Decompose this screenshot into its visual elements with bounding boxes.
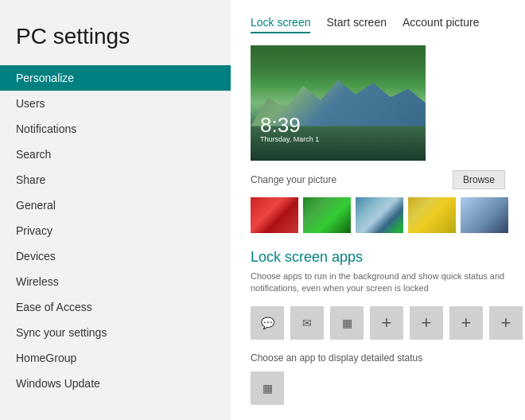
sidebar-item-general[interactable]: General [0,192,231,218]
thumbnail-3[interactable] [356,197,403,233]
thumbnail-4[interactable] [408,197,456,233]
sidebar-item-users[interactable]: Users [0,91,231,116]
add-icon-4: + [501,314,511,332]
sidebar-item-sync-settings[interactable]: Sync your settings [0,320,231,345]
mail-icon [302,316,312,330]
lock-preview-image [251,45,426,161]
sidebar-item-windows-update[interactable]: Windows Update [0,371,231,396]
sidebar-item-notifications[interactable]: Notifications [0,116,231,142]
lock-app-calendar[interactable] [330,306,364,340]
sidebar-item-privacy[interactable]: Privacy [0,218,231,243]
add-icon-3: + [461,314,472,332]
sidebar-item-homegroup[interactable]: HomeGroup [0,345,231,371]
lock-app-add-4[interactable]: + [489,306,523,340]
detailed-app-calendar-icon [262,381,273,395]
choose-app-label: Choose an app to display detailed status [251,352,505,364]
change-picture-label: Change your picture [251,174,336,185]
tab-lock-screen[interactable]: Lock screen [251,16,310,33]
sidebar-item-devices[interactable]: Devices [0,243,231,269]
sidebar-item-ease-of-access[interactable]: Ease of Access [0,294,231,320]
lock-app-add-3[interactable]: + [449,306,483,340]
lock-app-add-2[interactable]: + [410,306,443,340]
add-icon-2: + [422,314,432,332]
app-title: PC settings [0,16,231,65]
lock-screen-apps-desc: Choose apps to run in the background and… [251,270,505,295]
browse-button[interactable]: Browse [453,170,505,189]
lock-app-mail[interactable] [290,306,324,340]
add-icon-1: + [382,314,392,332]
lock-screen-apps-row: + + + + [251,306,505,340]
sidebar-item-personalize[interactable]: Personalize [0,65,231,91]
thumbnail-2[interactable] [303,197,351,233]
lock-time: 8:39 Thursday, March 1 [260,115,319,143]
calendar-icon [342,316,352,330]
tab-start-screen[interactable]: Start screen [326,16,386,33]
tabs: Lock screen Start screen Account picture [251,16,505,33]
lock-app-messaging[interactable] [251,306,284,340]
lock-time-date: Thursday, March 1 [260,135,319,143]
sidebar: PC settings Personalize Users Notificati… [0,0,231,420]
sidebar-item-wireless[interactable]: Wireless [0,269,231,294]
lock-time-hour: 8:39 [260,115,319,135]
sidebar-item-share[interactable]: Share [0,167,231,192]
change-picture-row: Change your picture Browse [251,170,505,189]
main-content: Lock screen Start screen Account picture… [231,0,525,420]
thumbnail-5[interactable] [461,197,508,233]
detailed-status-app[interactable] [251,371,284,405]
messaging-icon [261,316,274,330]
lock-screen-apps-title: Lock screen apps [251,249,505,266]
lock-screen-preview: 8:39 Thursday, March 1 [251,45,426,161]
thumbnail-1[interactable] [251,197,298,233]
sidebar-item-search[interactable]: Search [0,142,231,167]
lock-app-add-1[interactable]: + [370,306,403,340]
picture-thumbnails [251,197,505,233]
tab-account-picture[interactable]: Account picture [402,16,480,33]
